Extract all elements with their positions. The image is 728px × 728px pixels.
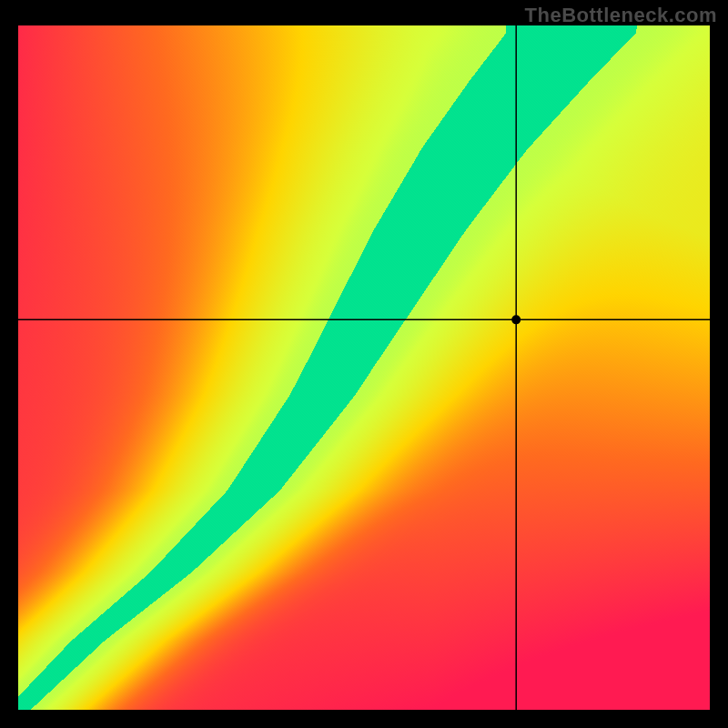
watermark-text: TheBottleneck.com — [525, 4, 717, 27]
chart-frame: TheBottleneck.com — [0, 0, 728, 728]
heatmap-canvas — [18, 25, 710, 710]
plot-area — [18, 25, 710, 710]
